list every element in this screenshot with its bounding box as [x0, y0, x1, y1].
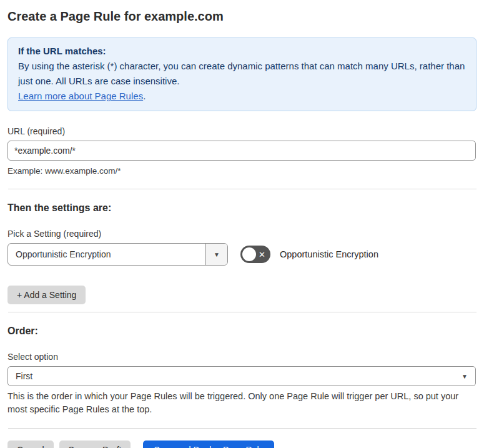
info-box-heading: If the URL matches: [18, 44, 466, 59]
info-box-link-line: Learn more about Page Rules. [18, 89, 466, 104]
opportunistic-encryption-toggle[interactable]: ✕ [240, 246, 270, 263]
setting-select-value: Opportunistic Encryption [8, 244, 205, 265]
divider-footer [8, 428, 477, 429]
toggle-label: Opportunistic Encryption [280, 249, 378, 259]
info-box-body: By using the asterisk (*) character, you… [18, 59, 466, 89]
save-as-draft-button[interactable]: Save as Draft [59, 441, 131, 448]
order-select-value: First [16, 371, 462, 381]
divider-order [8, 312, 477, 312]
setting-select-arrow-button[interactable]: ▼ [205, 244, 227, 265]
chevron-down-icon: ▼ [214, 251, 220, 258]
page-rule-form: Create a Page Rule for example.com If th… [0, 0, 484, 448]
setting-row: Opportunistic Encryption ▼ ✕ Opportunist… [7, 243, 477, 266]
pick-setting-label: Pick a Setting (required) [7, 229, 477, 239]
chevron-down-icon: ▼ [462, 373, 468, 380]
url-field-label: URL (required) [7, 126, 477, 136]
learn-more-link[interactable]: Learn more about Page Rules [18, 91, 143, 101]
cancel-button[interactable]: Cancel [7, 441, 54, 448]
order-select-label: Select option [7, 352, 477, 362]
add-setting-button[interactable]: + Add a Setting [7, 286, 86, 304]
toggle-knob [242, 247, 256, 261]
order-helper-text: This is the order in which your Page Rul… [7, 390, 476, 416]
link-period: . [143, 91, 146, 101]
order-select[interactable]: First ▼ [7, 366, 476, 386]
url-matches-info-box: If the URL matches: By using the asteris… [7, 37, 477, 111]
footer-actions: Cancel Save as Draft Save and Deploy Pag… [7, 441, 477, 448]
save-and-deploy-button[interactable]: Save and Deploy Page Rule [143, 441, 274, 448]
info-box-body-text: By using the asterisk (*) character, you… [18, 61, 465, 86]
page-title: Create a Page Rule for example.com [7, 9, 477, 24]
order-section-heading: Order: [7, 325, 477, 337]
url-input[interactable] [7, 141, 476, 161]
divider-settings [8, 189, 477, 189]
settings-section-heading: Then the settings are: [7, 202, 477, 214]
toggle-off-x-icon: ✕ [259, 251, 265, 259]
setting-select[interactable]: Opportunistic Encryption ▼ [7, 243, 228, 266]
url-example-helper: Example: www.example.com/* [7, 166, 477, 176]
